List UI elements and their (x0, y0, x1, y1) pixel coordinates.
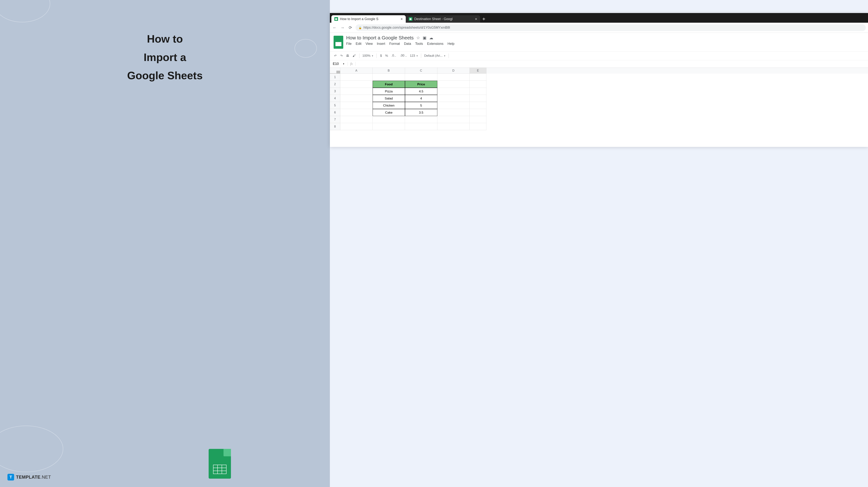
sheets-doc-icon[interactable] (334, 36, 343, 49)
redo-icon[interactable]: ↷ (340, 54, 343, 58)
menu-file[interactable]: File (346, 42, 352, 46)
menu-insert[interactable]: Insert (377, 42, 385, 46)
cell-data[interactable]: Chicken (373, 102, 405, 109)
browser-window: ▦ How to Import a Google S × ▦ Destinati… (330, 13, 868, 147)
menu-format[interactable]: Format (390, 42, 400, 46)
forward-icon[interactable]: → (340, 25, 345, 30)
cell[interactable] (470, 102, 487, 109)
currency-button[interactable]: $ (379, 54, 382, 58)
close-icon[interactable]: × (475, 17, 477, 21)
doc-title[interactable]: How to Import a Google Sheets (346, 35, 414, 41)
star-icon[interactable]: ☆ (416, 35, 420, 40)
col-header[interactable]: C (405, 68, 437, 73)
move-icon[interactable]: ▣ (423, 35, 427, 40)
increase-decimal-button[interactable]: .00→ (399, 54, 408, 58)
chevron-down-icon: ▼ (444, 55, 445, 57)
menu-extensions[interactable]: Extensions (427, 42, 443, 46)
cell[interactable] (340, 88, 373, 95)
menu-edit[interactable]: Edit (356, 42, 362, 46)
address-bar: ← → ⟳ 🔒 https://docs.google.com/spreadsh… (330, 23, 868, 33)
cell[interactable] (340, 73, 373, 81)
col-header[interactable]: E (470, 68, 487, 73)
row-header[interactable]: 3 (330, 88, 340, 95)
tab-active[interactable]: ▦ How to Import a Google S × (331, 15, 406, 23)
col-header[interactable]: D (437, 68, 470, 73)
fx-label: fx (348, 62, 355, 66)
separator (448, 54, 449, 58)
paint-format-icon[interactable]: 🖌 (352, 54, 356, 58)
cell[interactable] (437, 123, 470, 130)
cell[interactable] (340, 109, 373, 116)
cell-data[interactable]: Salad (373, 95, 405, 102)
sheet-row: 5 Chicken 5 (330, 102, 868, 109)
cell[interactable] (437, 116, 470, 123)
row-header[interactable]: 5 (330, 102, 340, 109)
cell[interactable] (437, 102, 470, 109)
cell-header[interactable]: Price (405, 81, 437, 88)
cell[interactable] (340, 95, 373, 102)
cell-header[interactable]: Food (373, 81, 405, 88)
cell[interactable] (373, 123, 405, 130)
sheet-row: 2 Food Price (330, 81, 868, 88)
back-icon[interactable]: ← (332, 25, 337, 30)
cell[interactable] (373, 73, 405, 81)
font-dropdown[interactable]: Default (Ari...▼ (424, 54, 445, 58)
close-icon[interactable]: × (401, 17, 403, 21)
cell[interactable] (470, 81, 487, 88)
sheet-grid: A B C D E 1 2 Food Price (330, 68, 868, 130)
cell-data[interactable]: Cake (373, 109, 405, 116)
name-box[interactable]: E10 ▼ (330, 62, 348, 66)
cell[interactable] (373, 116, 405, 123)
menu-view[interactable]: View (366, 42, 373, 46)
row-header[interactable]: 6 (330, 109, 340, 116)
row-header[interactable]: 7 (330, 116, 340, 123)
separator (421, 54, 421, 58)
col-header[interactable]: A (340, 68, 373, 73)
percent-button[interactable]: % (385, 54, 389, 58)
reload-icon[interactable]: ⟳ (348, 25, 353, 30)
row-header[interactable]: 4 (330, 95, 340, 102)
undo-icon[interactable]: ↶ (334, 54, 337, 58)
cell[interactable] (470, 123, 487, 130)
tab-inactive[interactable]: ▦ Destination Sheet - Googl × (406, 15, 480, 23)
cell-data[interactable]: 3.5 (405, 109, 437, 116)
menu-help[interactable]: Help (447, 42, 455, 46)
select-all-corner[interactable] (330, 68, 340, 73)
print-icon[interactable]: 🖶 (345, 54, 350, 58)
row-header[interactable]: 2 (330, 81, 340, 88)
cell[interactable] (437, 81, 470, 88)
cell-data[interactable]: Pizza (373, 88, 405, 95)
cell[interactable] (340, 81, 373, 88)
cell[interactable] (437, 95, 470, 102)
menu-data[interactable]: Data (404, 42, 411, 46)
decrease-decimal-button[interactable]: .0← (391, 54, 397, 58)
cell-data[interactable]: 4 (405, 95, 437, 102)
cell-data[interactable]: 5 (405, 102, 437, 109)
cell[interactable] (470, 109, 487, 116)
cell[interactable] (437, 88, 470, 95)
cell[interactable] (405, 73, 437, 81)
cell[interactable] (470, 73, 487, 81)
zoom-dropdown[interactable]: 100%▼ (363, 54, 373, 58)
url-input[interactable]: 🔒 https://docs.google.com/spreadsheets/d… (355, 24, 866, 31)
cell[interactable] (437, 109, 470, 116)
col-header[interactable]: B (373, 68, 405, 73)
sheet-row: 6 Cake 3.5 (330, 109, 868, 116)
cell-data[interactable]: 4.5 (405, 88, 437, 95)
cell[interactable] (340, 123, 373, 130)
cell[interactable] (340, 116, 373, 123)
number-format-dropdown[interactable]: 123▼ (410, 54, 418, 58)
cell[interactable] (405, 123, 437, 130)
new-tab-button[interactable]: + (480, 15, 488, 23)
cell[interactable] (470, 116, 487, 123)
row-header[interactable]: 1 (330, 73, 340, 81)
cloud-icon[interactable]: ☁ (429, 35, 433, 40)
cell[interactable] (437, 73, 470, 81)
cell[interactable] (470, 88, 487, 95)
cell[interactable] (340, 102, 373, 109)
chevron-down-icon: ▼ (416, 55, 418, 57)
cell[interactable] (405, 116, 437, 123)
menu-tools[interactable]: Tools (415, 42, 423, 46)
row-header[interactable]: 8 (330, 123, 340, 130)
cell[interactable] (470, 95, 487, 102)
